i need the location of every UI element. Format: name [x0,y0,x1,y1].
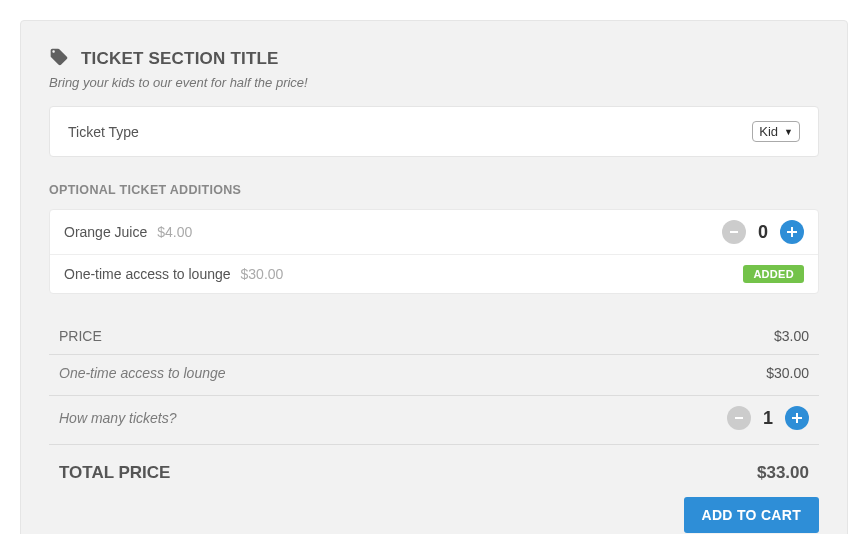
total-value: $33.00 [757,463,809,483]
decrement-button[interactable] [722,220,746,244]
addition-left: One-time access to lounge $30.00 [64,266,283,282]
section-subtitle: Bring your kids to our event for half th… [49,75,819,90]
addition-price: $4.00 [157,224,192,240]
quantity-label: How many tickets? [59,410,176,426]
addition-price: $30.00 [241,266,284,282]
decrement-button[interactable] [727,406,751,430]
tag-icon [49,47,69,71]
total-row: TOTAL PRICE $33.00 [49,445,819,497]
total-label: TOTAL PRICE [59,463,170,483]
ticket-type-box: Ticket Type Kid ▼ [49,106,819,157]
ticket-type-selected: Kid [759,124,778,139]
additions-heading: OPTIONAL TICKET ADDITIONS [49,183,819,197]
addition-row: One-time access to lounge $30.00 ADDED [50,254,818,293]
additions-box: Orange Juice $4.00 0 One-time access to … [49,209,819,294]
addition-row: Orange Juice $4.00 0 [50,210,818,254]
add-to-cart-button[interactable]: ADD TO CART [684,497,819,533]
ticket-type-select[interactable]: Kid ▼ [752,121,800,142]
ticket-type-label: Ticket Type [68,124,139,140]
price-line-item: One-time access to lounge $30.00 [49,355,819,391]
section-title: TICKET SECTION TITLE [81,49,279,69]
addition-stepper: 0 [722,220,804,244]
line-item-value: $30.00 [766,365,809,381]
quantity-stepper: 1 [727,406,809,430]
added-badge: ADDED [743,265,804,283]
ticket-card: TICKET SECTION TITLE Bring your kids to … [20,20,848,534]
line-item-label: One-time access to lounge [59,365,226,381]
header-row: TICKET SECTION TITLE [49,47,819,71]
chevron-down-icon: ▼ [784,127,793,137]
addition-qty: 0 [756,222,770,243]
price-value: $3.00 [774,328,809,344]
increment-button[interactable] [785,406,809,430]
increment-button[interactable] [780,220,804,244]
quantity-value: 1 [761,408,775,429]
cart-row: ADD TO CART [49,497,819,533]
quantity-row: How many tickets? 1 [49,395,819,445]
addition-name: One-time access to lounge [64,266,231,282]
price-row: PRICE $3.00 [49,320,819,355]
addition-name: Orange Juice [64,224,147,240]
addition-left: Orange Juice $4.00 [64,224,192,240]
price-label: PRICE [59,328,102,344]
